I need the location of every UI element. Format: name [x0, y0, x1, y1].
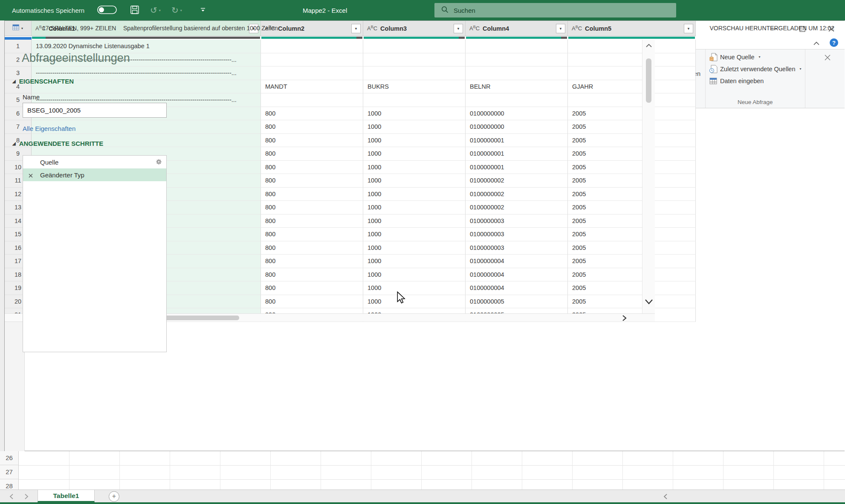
sheet-tab-tabelle1[interactable]: Tabelle1	[38, 490, 95, 502]
ribbon-group-label: Neue Abfrage	[707, 99, 803, 108]
gridline	[824, 451, 824, 490]
quick-access-customize-button[interactable]	[200, 0, 205, 20]
sheet-nav-left-icon[interactable]	[9, 493, 13, 501]
help-button[interactable]: ?	[829, 38, 839, 49]
daten-eingeben-button[interactable]: Daten eingeben	[709, 75, 802, 86]
gridline	[220, 451, 220, 490]
customize-toolbar-icon	[200, 7, 205, 14]
gridline	[270, 451, 271, 490]
gridline	[622, 451, 623, 490]
redo-icon: ↻	[171, 5, 179, 15]
name-label: Name	[23, 93, 40, 101]
zuletzt-verwendete-quellen-button[interactable]: Zuletzt verwendete Quellen▾	[709, 64, 802, 74]
all-properties-link[interactable]: Alle Eigenschaften	[23, 125, 75, 132]
excel-sheet-area: 262728 Tabelle1 + ⋮⋮	[0, 451, 845, 504]
step-quelle[interactable]: Quelle	[23, 156, 166, 168]
excel-row-number: 27	[0, 465, 19, 479]
save-icon	[130, 6, 139, 15]
gridline	[19, 479, 845, 480]
redo-button[interactable]: ↻▾	[171, 0, 182, 20]
undo-icon: ↺	[150, 5, 157, 15]
add-sheet-button[interactable]: +	[109, 491, 119, 502]
preview-downloaded-status: VORSCHAU HERUNTERGELADEN UM 12:02	[709, 25, 834, 32]
recent-sources-icon	[709, 65, 718, 73]
svg-text:?: ?	[832, 40, 836, 46]
neue-quelle-button[interactable]: Neue Quelle▾	[709, 52, 802, 62]
profiling-status[interactable]: Spaltenprofilerstellung basierend auf ob…	[123, 25, 278, 32]
gridline	[421, 451, 422, 490]
power-query-window: X | ▾ | BSEG_1000_2005 - Power Query-Edi…	[4, 20, 845, 451]
excel-statusbar-strip	[0, 502, 845, 504]
applied-steps-list: QuelleGeänderter Typ	[23, 155, 167, 352]
gridline	[119, 451, 120, 490]
sheet-hscroll-left-icon[interactable]	[663, 493, 667, 501]
excel-titlebar: Automatisches Speichern ↺▾ ↻▾ Mappe2 - E…	[0, 0, 845, 20]
collapse-triangle-icon: ◢	[12, 79, 16, 84]
gridline	[673, 451, 673, 490]
collapse-ribbon-button[interactable]	[813, 40, 820, 47]
undo-button[interactable]: ↺▾	[150, 0, 161, 20]
column-row-count: 17 SPALTEN, 999+ ZEILEN	[42, 25, 116, 32]
step-geänderter-typ[interactable]: Geänderter Typ	[23, 168, 166, 181]
collapse-triangle-icon: ◢	[12, 141, 16, 146]
excel-search-box[interactable]: Suchen	[434, 3, 676, 17]
screen: Automatisches Speichern ↺▾ ↻▾ Mappe2 - E…	[0, 0, 845, 504]
delete-step-icon[interactable]	[28, 172, 33, 180]
gridline	[170, 451, 170, 490]
save-button[interactable]	[130, 0, 139, 20]
step-settings-gear-icon[interactable]	[156, 159, 162, 166]
gridline	[723, 451, 723, 490]
gridline	[472, 451, 472, 490]
gridline	[69, 451, 69, 490]
close-panel-icon[interactable]	[824, 54, 831, 63]
toggle-off-icon	[97, 6, 117, 15]
applied-steps-section-header[interactable]: ◢ ANGEWENDETE SCHRITTE	[12, 140, 103, 147]
excel-background-sliver	[0, 20, 4, 451]
mouse-cursor	[396, 291, 407, 306]
autosave-label: Automatisches Speichern	[12, 0, 84, 20]
gridline	[371, 451, 371, 490]
properties-section-header[interactable]: ◢ EIGENSCHAFTEN	[12, 78, 74, 85]
gridline	[522, 451, 522, 490]
autosave-toggle[interactable]	[97, 0, 117, 20]
panel-title: Abfrageeinstellungen	[22, 52, 130, 65]
sheet-tabbar: Tabelle1 + ⋮⋮	[0, 490, 845, 502]
gridline	[572, 451, 573, 490]
search-icon	[441, 6, 449, 14]
query-name-input[interactable]: BSEG_1000_2005	[23, 103, 167, 118]
new-source-icon	[709, 53, 718, 61]
enter-data-icon	[709, 77, 718, 85]
gridline	[773, 451, 774, 490]
excel-window-title: Mappe2 - Excel	[303, 0, 347, 20]
ribbon-group-neue-abfrage: Neue Quelle▾Zuletzt verwendete Quellen▾D…	[706, 49, 805, 108]
gridline	[321, 451, 321, 490]
excel-row-number: 26	[0, 451, 19, 465]
search-placeholder: Suchen	[454, 7, 475, 14]
gridline	[19, 465, 845, 466]
sheet-nav-right-icon[interactable]	[25, 493, 29, 501]
